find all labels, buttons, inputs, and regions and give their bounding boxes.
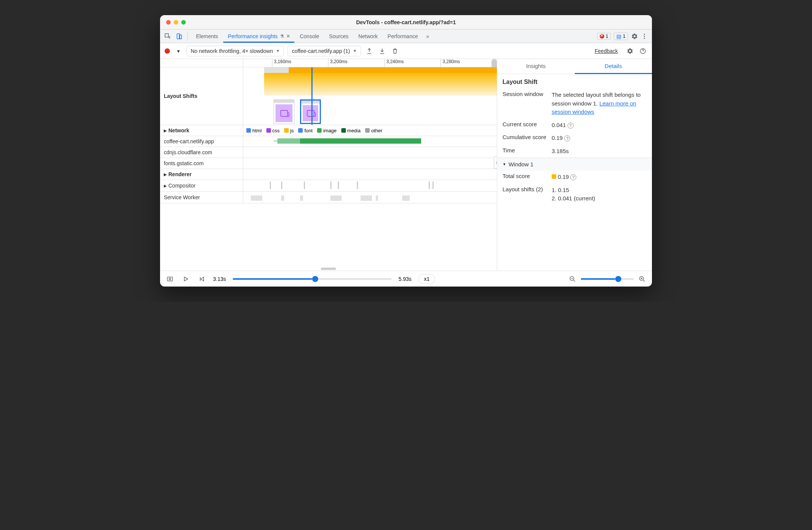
renderer-track: ▶Renderer [160, 169, 497, 180]
settings-icon[interactable] [630, 32, 639, 41]
svg-point-5 [644, 37, 645, 39]
expand-arrow-icon[interactable]: ▶ [164, 172, 167, 177]
more-tabs-button[interactable]: » [423, 33, 432, 39]
cls-gradient [264, 73, 497, 96]
layout-shifts-label: Layout Shifts [160, 67, 243, 125]
layout-shift-entry[interactable]: 2. 0.041 (current) [552, 194, 647, 203]
time-start: 3.13s [213, 276, 226, 282]
flask-icon: ⚗ [280, 34, 284, 39]
time-end: 5.93s [398, 276, 411, 282]
time-slider[interactable] [233, 278, 392, 280]
time-ruler: 3,160ms 3,200ms 3,240ms 3,280ms [160, 59, 497, 67]
layout-shift-thumbnail-selected[interactable] [300, 99, 321, 124]
device-toggle-icon[interactable] [174, 32, 184, 41]
details-tab[interactable]: Details [575, 59, 652, 74]
tab-console[interactable]: Console [295, 30, 324, 42]
expand-arrow-icon[interactable]: ▶ [164, 184, 167, 188]
network-bar[interactable] [277, 138, 300, 144]
record-menu-button[interactable]: ▾ [174, 46, 183, 56]
tab-sources[interactable]: Sources [325, 30, 353, 42]
cls-session-bar-active [289, 67, 497, 73]
screenshot-toggle-icon[interactable] [165, 274, 174, 284]
zoom-slider[interactable] [581, 278, 634, 280]
message-icon: ▤ [616, 33, 621, 39]
messages-badge[interactable]: ▤ 1 [614, 33, 628, 40]
help-icon[interactable]: ? [570, 174, 576, 180]
errors-badge[interactable]: 1 [597, 33, 611, 40]
minimize-window-button[interactable] [174, 20, 178, 25]
window-section-header[interactable]: ▼Window 1 [497, 158, 652, 170]
traffic-lights [166, 20, 186, 25]
skip-back-icon[interactable] [197, 274, 206, 284]
network-host-row: cdnjs.cloudflare.com [160, 147, 497, 158]
svg-rect-7 [167, 277, 173, 281]
score-color-swatch [552, 174, 556, 179]
chevron-down-icon: ▼ [276, 49, 280, 53]
feedback-link[interactable]: Feedback [595, 48, 618, 54]
network-host-row: fonts.gstatic.com [160, 158, 497, 169]
sidebar-collapse-button[interactable]: › [494, 157, 497, 169]
tab-network[interactable]: Network [354, 30, 382, 42]
recording-select[interactable]: coffee-cart.netlify.app (1) ▼ [288, 46, 361, 56]
tab-elements[interactable]: Elements [191, 30, 222, 42]
chevron-down-icon: ▼ [353, 49, 357, 53]
main-tabbar: Elements Performance insights ⚗ × Consol… [160, 29, 652, 43]
error-icon [600, 34, 604, 39]
network-bar[interactable] [300, 138, 421, 144]
network-track-header: ▶Network html css js font image media ot… [160, 125, 497, 136]
help-icon[interactable] [638, 46, 647, 56]
titlebar: DevTools - coffee-cart.netlify.app/?ad=1 [160, 15, 652, 29]
compositor-track: ▶Compositor [160, 180, 497, 192]
insights-toolbar: ▾ No network throttling, 4× slowdown ▼ c… [160, 43, 652, 59]
speed-select[interactable]: x1 [418, 274, 436, 284]
export-icon[interactable] [365, 46, 374, 56]
panel-settings-icon[interactable] [625, 46, 635, 56]
layout-shift-thumbnail[interactable] [274, 99, 294, 124]
window-title: DevTools - coffee-cart.netlify.app/?ad=1 [160, 19, 652, 25]
maximize-window-button[interactable] [181, 20, 186, 25]
playhead[interactable] [311, 67, 313, 125]
network-host-row: coffee-cart.netlify.app [160, 136, 497, 147]
insights-tab[interactable]: Insights [497, 59, 575, 74]
svg-point-4 [644, 36, 645, 37]
kebab-menu-icon[interactable] [640, 32, 649, 41]
svg-point-8 [169, 278, 171, 280]
tab-performance[interactable]: Performance [383, 30, 422, 42]
throttling-select[interactable]: No network throttling, 4× slowdown ▼ [187, 46, 284, 56]
timeline-pane: 3,160ms 3,200ms 3,240ms 3,280ms Layout S… [160, 59, 497, 271]
close-window-button[interactable] [166, 20, 171, 25]
inspect-element-icon[interactable] [163, 32, 172, 41]
help-icon[interactable]: ? [564, 135, 570, 141]
details-pane: Insights Details Layout Shift Session wi… [497, 59, 652, 271]
close-tab-icon[interactable]: × [286, 33, 290, 40]
help-icon[interactable]: ? [568, 122, 574, 129]
import-icon[interactable] [378, 46, 387, 56]
zoom-in-icon[interactable] [638, 274, 647, 284]
playback-footer: 3.13s 5.93s x1 [160, 271, 652, 287]
horizontal-scroll-handle[interactable] [321, 268, 336, 270]
service-worker-track: Service Worker [160, 192, 497, 203]
delete-icon[interactable] [390, 46, 400, 56]
play-icon[interactable] [181, 274, 190, 284]
devtools-window: DevTools - coffee-cart.netlify.app/?ad=1… [160, 15, 652, 287]
details-title: Layout Shift [497, 74, 652, 88]
layout-shift-entry[interactable]: 1. 0.15 [552, 186, 647, 195]
expand-arrow-icon[interactable]: ▶ [164, 129, 167, 133]
layout-shifts-track: Layout Shifts [160, 67, 497, 125]
svg-point-3 [644, 34, 645, 35]
zoom-out-icon[interactable] [568, 274, 577, 284]
tab-performance-insights[interactable]: Performance insights ⚗ × [223, 30, 294, 43]
record-button[interactable] [165, 48, 170, 54]
